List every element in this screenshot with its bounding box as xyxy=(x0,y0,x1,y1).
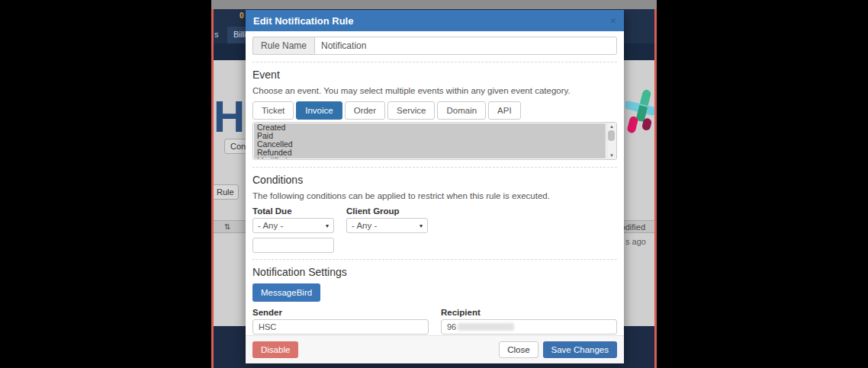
modal-body: Rule Name Event Choose an event. You may… xyxy=(246,31,624,335)
tab-ticket[interactable]: Ticket xyxy=(252,101,294,120)
total-due-select[interactable]: - Any - ▾ xyxy=(252,218,334,233)
rule-name-group: Rule Name xyxy=(252,37,617,55)
listbox-scrollbar[interactable]: ▲ ▼ xyxy=(606,123,616,159)
sender-value: HSC xyxy=(259,322,276,331)
separator xyxy=(252,62,617,62)
notification-count-badge: 0 xyxy=(240,11,244,20)
option-modified[interactable]: Modified xyxy=(254,157,606,158)
redacted-number-blur xyxy=(458,323,514,331)
scroll-up-icon[interactable]: ▲ xyxy=(609,123,614,130)
event-heading: Event xyxy=(252,69,617,81)
client-group-select[interactable]: - Any - ▾ xyxy=(346,218,428,233)
caret-down-icon: ▾ xyxy=(326,222,329,229)
add-rule-button-fragment[interactable]: Rule xyxy=(212,184,239,200)
modal-title: Edit Notification Rule xyxy=(253,15,353,27)
recipient-field: Recipient 96 Enter the recipient numbers… xyxy=(441,308,617,335)
total-due-label: Total Due xyxy=(252,206,334,216)
option-created[interactable]: Created xyxy=(254,123,606,132)
messagebird-provider-button[interactable]: MessageBird xyxy=(252,283,320,302)
sender-field: Sender HSC Enter sender name or phone nu… xyxy=(252,308,429,335)
tab-api[interactable]: API xyxy=(488,101,521,120)
close-icon[interactable]: × xyxy=(610,14,616,27)
browser-viewport: 0 s Billing Hip Configure Rule ⇅ Modif xyxy=(211,0,657,368)
conditions-heading: Conditions xyxy=(252,174,617,186)
recipient-input[interactable]: 96 xyxy=(441,319,617,334)
caret-down-icon: ▾ xyxy=(420,222,423,229)
modal-header: Edit Notification Rule × xyxy=(246,10,624,31)
edit-notification-rule-modal: Edit Notification Rule × Rule Name Event… xyxy=(246,10,624,363)
client-group-selected-value: - Any - xyxy=(352,221,377,230)
table-cell-modified-ago: s ago xyxy=(625,237,646,246)
tab-service[interactable]: Service xyxy=(387,101,435,120)
slack-logo-icon xyxy=(625,88,657,138)
client-group-label: Client Group xyxy=(346,206,428,216)
modal-footer: Disable Close Save Changes xyxy=(246,335,624,363)
option-paid[interactable]: Paid xyxy=(254,132,606,140)
total-due-field: Total Due - Any - ▾ xyxy=(252,206,334,233)
tab-order[interactable]: Order xyxy=(345,101,385,120)
conditions-row: Total Due - Any - ▾ Client Group - Any -… xyxy=(252,206,617,233)
option-cancelled[interactable]: Cancelled xyxy=(254,140,606,149)
notification-settings-heading: Notification Settings xyxy=(252,266,617,278)
tab-invoice[interactable]: Invoice xyxy=(296,101,342,120)
event-options: Created Paid Cancelled Refunded Modified xyxy=(254,123,606,158)
rule-name-input[interactable] xyxy=(314,37,617,55)
scrollbar-thumb[interactable] xyxy=(608,130,615,141)
total-due-selected-value: - Any - xyxy=(258,221,283,230)
sort-icon[interactable]: ⇅ xyxy=(224,222,230,231)
recipient-value: 96 xyxy=(447,322,456,331)
sender-input[interactable]: HSC xyxy=(252,319,429,334)
event-description: Choose an event. You may select multiple… xyxy=(252,86,617,95)
tab-domain[interactable]: Domain xyxy=(437,101,486,120)
disable-button[interactable]: Disable xyxy=(252,341,298,358)
conditions-description: The following conditions can be applied … xyxy=(252,191,617,200)
sender-recipient-row: Sender HSC Enter sender name or phone nu… xyxy=(252,308,617,335)
save-changes-button[interactable]: Save Changes xyxy=(543,341,617,358)
screen: 0 s Billing Hip Configure Rule ⇅ Modif xyxy=(0,0,868,368)
client-group-field: Client Group - Any - ▾ xyxy=(346,206,428,233)
separator xyxy=(252,259,617,260)
event-category-tabs: Ticket Invoice Order Service Domain API xyxy=(252,101,617,120)
option-refunded[interactable]: Refunded xyxy=(254,149,606,157)
rule-name-label: Rule Name xyxy=(252,37,314,55)
scroll-down-icon[interactable]: ▼ xyxy=(609,152,614,158)
event-multiselect-listbox[interactable]: Created Paid Cancelled Refunded Modified… xyxy=(252,122,617,160)
background-page: 0 s Billing Hip Configure Rule ⇅ Modif xyxy=(211,9,657,368)
total-due-value-input[interactable] xyxy=(252,238,334,253)
close-button[interactable]: Close xyxy=(499,341,538,358)
sender-label: Sender xyxy=(252,308,429,317)
top-gray-strip xyxy=(211,0,657,9)
recipient-label: Recipient xyxy=(441,308,617,317)
separator xyxy=(252,167,617,168)
nav-tab-fragment[interactable]: s xyxy=(214,30,219,39)
